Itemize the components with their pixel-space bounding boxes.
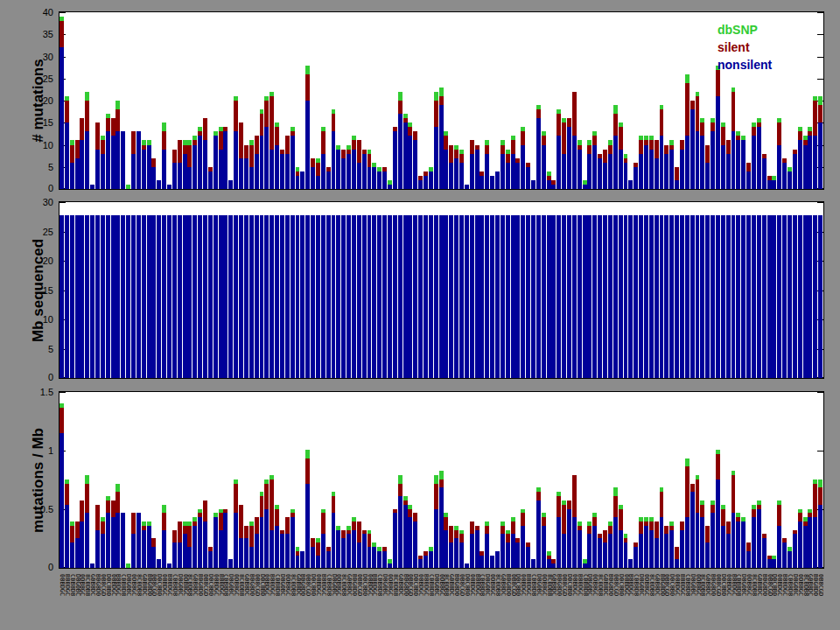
- bar-dbSNP: [336, 145, 340, 150]
- bar-nonsilent: [752, 517, 756, 568]
- bar-nonsilent: [290, 136, 295, 189]
- bar-dbSNP: [183, 522, 187, 526]
- bar-silent: [454, 150, 458, 158]
- bar-nonsilent: [239, 538, 243, 568]
- bar-silent: [700, 505, 704, 517]
- bar-silent: [439, 96, 444, 105]
- bar-nonsilent: [521, 526, 525, 568]
- bar-dbSNP: [752, 122, 756, 127]
- bar-nonsilent: [592, 215, 597, 378]
- x-axis-sample-labels: 08BDGCB80DGCC0B8D8D8G0BC0DB8GC8C0DB8G0B8…: [59, 574, 829, 620]
- bar-dbSNP: [444, 131, 448, 136]
- bar-nonsilent: [147, 215, 151, 378]
- bar-silent: [454, 530, 458, 539]
- bar-nonsilent: [264, 127, 269, 189]
- bar-nonsilent: [65, 215, 69, 378]
- bar-nonsilent: [321, 534, 326, 568]
- y-tick-label: 0: [14, 562, 53, 572]
- bar-nonsilent: [710, 215, 715, 378]
- bar-nonsilent: [619, 150, 623, 189]
- bar-silent: [506, 534, 510, 542]
- bar-dbSNP: [388, 180, 392, 185]
- bar-nonsilent: [746, 551, 751, 568]
- bar-dbSNP: [372, 542, 376, 547]
- bar-silent: [808, 131, 812, 136]
- bar-dbSNP: [260, 492, 264, 496]
- bar-silent: [239, 122, 243, 158]
- bar-nonsilent: [264, 215, 269, 378]
- bar-nonsilent: [746, 215, 751, 378]
- bar-nonsilent: [762, 158, 766, 189]
- bar-nonsilent: [336, 530, 340, 568]
- bar-nonsilent: [680, 530, 684, 568]
- bar-silent: [813, 484, 817, 518]
- bar-dbSNP: [777, 118, 781, 122]
- bar-nonsilent: [346, 534, 351, 568]
- bar-nonsilent: [772, 180, 776, 189]
- bar-nonsilent: [542, 145, 546, 190]
- bar-silent: [408, 127, 412, 136]
- bar-silent: [551, 180, 556, 185]
- bar-dbSNP: [377, 547, 382, 551]
- bar-silent: [721, 127, 725, 144]
- bar-nonsilent: [547, 215, 551, 378]
- bar-nonsilent: [511, 154, 515, 189]
- bar-nonsilent: [408, 517, 412, 568]
- bar-nonsilent: [572, 215, 577, 378]
- bar-silent: [362, 530, 367, 535]
- bar-silent: [346, 150, 351, 154]
- bar-silent: [480, 172, 484, 176]
- bar-nonsilent: [403, 122, 408, 189]
- bar-nonsilent: [346, 215, 351, 378]
- bar-nonsilent: [70, 163, 74, 189]
- bar-dbSNP: [403, 114, 408, 118]
- bar-nonsilent: [398, 496, 402, 568]
- bar-nonsilent: [782, 215, 787, 378]
- bar-silent: [572, 475, 577, 517]
- bar-silent: [475, 145, 480, 150]
- bar-nonsilent: [813, 517, 817, 568]
- bar-nonsilent: [639, 154, 643, 189]
- bar-nonsilent: [598, 538, 602, 568]
- bar-silent: [649, 140, 654, 149]
- bar-dbSNP: [147, 522, 151, 526]
- bar-nonsilent: [198, 215, 202, 378]
- bar-dbSNP: [639, 517, 643, 522]
- bar-silent: [782, 158, 787, 163]
- bar-nonsilent: [649, 530, 654, 568]
- bar-nonsilent: [793, 215, 797, 378]
- bar-nonsilent: [377, 215, 382, 378]
- bar-dbSNP: [85, 475, 89, 484]
- bar-dbSNP: [346, 145, 351, 150]
- bar-nonsilent: [515, 542, 520, 568]
- bar-dbSNP: [710, 118, 715, 122]
- bar-nonsilent: [583, 215, 587, 378]
- bar-silent: [777, 505, 781, 526]
- bar-dbSNP: [101, 517, 105, 522]
- bar-silent: [80, 118, 84, 140]
- bar-dbSNP: [578, 522, 582, 526]
- bar-nonsilent: [424, 215, 428, 378]
- bar-nonsilent: [696, 215, 700, 378]
- bar-nonsilent: [403, 505, 408, 568]
- bar-silent: [669, 526, 674, 530]
- bar-silent: [818, 105, 822, 122]
- bar-dbSNP: [198, 509, 202, 514]
- bar-nonsilent: [305, 215, 310, 378]
- bar-dbSNP: [721, 122, 725, 127]
- bar-nonsilent: [716, 96, 720, 189]
- bar-dbSNP: [429, 167, 433, 172]
- y-tick-label: 0: [14, 183, 53, 193]
- bar-nonsilent: [70, 542, 74, 568]
- bar-nonsilent: [208, 551, 213, 568]
- bar-nonsilent: [762, 215, 766, 378]
- bar-dbSNP: [788, 547, 792, 551]
- bar-nonsilent: [675, 559, 679, 568]
- bar-nonsilent: [80, 522, 84, 568]
- bar-silent: [639, 140, 643, 153]
- bar-nonsilent: [767, 559, 772, 568]
- bar-silent: [767, 176, 772, 180]
- bar-silent: [275, 127, 279, 144]
- bar-dbSNP: [741, 136, 746, 140]
- bar-nonsilent: [332, 513, 336, 568]
